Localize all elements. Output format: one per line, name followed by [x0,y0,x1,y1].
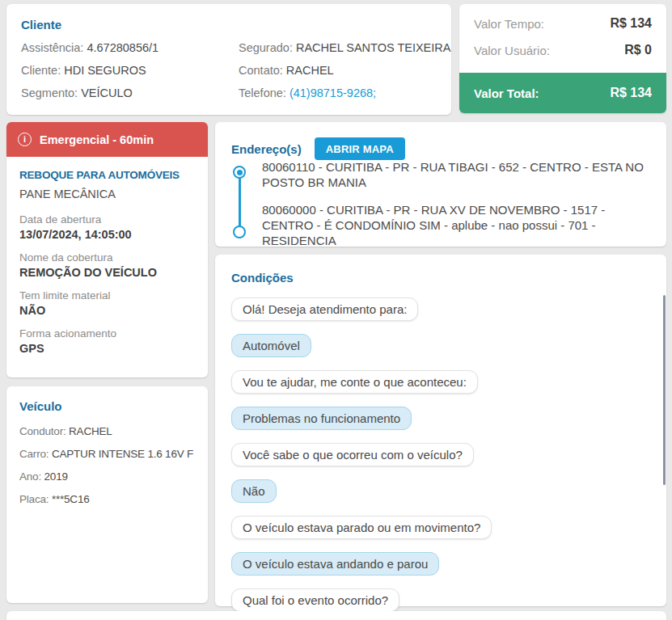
valor-usuario-row: Valor Usuário: R$ 0 [459,43,666,57]
valor-usuario-value: R$ 0 [624,43,652,57]
cliente-value: HDI SEGUROS [64,64,146,77]
servico-card: i Emergencial - 60min REBOQUE PARA AUTOM… [6,122,208,377]
contato-row: Contato: RACHEL [239,63,450,78]
veiculo-card-title: Veículo [19,399,195,413]
assistencia-value: 4.67280856/1 [87,41,158,54]
ano-label: Ano: [19,470,41,483]
servico-title: REBOQUE PARA AUTOMÓVEIS [19,169,195,181]
segurado-row: Segurado: RACHEL SANTOS TEIXEIRA [239,40,450,56]
veiculo-card: Veículo Condutor: RACHEL Carro: CAPTUR I… [6,386,208,603]
segmento-label: Segmento: [21,86,78,99]
forma-acionamento-value: GPS [19,342,195,355]
carro-row: Carro: CAPTUR INTENSE 1.6 16V F [19,447,195,462]
assistencia-row: Assistência: 4.67280856/1 [21,40,239,56]
contato-value: RACHEL [286,64,334,77]
emergencial-header: i Emergencial - 60min [6,122,208,157]
condutor-row: Condutor: RACHEL [19,424,195,439]
ano-row: Ano: 2019 [19,470,195,484]
data-abertura-label: Data de abertura [19,213,195,226]
valor-total-label: Valor Total: [474,86,539,100]
bottom-card [6,611,666,620]
enderecos-header: Endereço(s) ABRIR MAPA [215,122,666,160]
origin-address: 80060110 - CURITIBA - PR - RUA TIBAGI - … [262,159,658,190]
origin-dot-icon [233,166,246,179]
segmento-value: VEÍCULO [81,86,133,99]
chat-bubble-user: O veículo estava andando e parou [231,552,439,576]
telefone-link[interactable]: (41)98715-9268; [290,86,376,99]
assistencia-label: Assistência: [21,41,83,54]
valor-tempo-label: Valor Tempo: [474,17,544,31]
segurado-label: Segurado: [239,41,293,54]
condicoes-card-title: Condições [231,271,650,285]
valor-total-value: R$ 134 [610,86,652,100]
valor-tempo-row: Valor Tempo: R$ 134 [459,16,666,31]
contato-label: Contato: [239,64,283,77]
limite-material-field: Tem limite material NÃO [19,289,195,317]
condicoes-card: Condições Olá! Deseja atendimento para: … [215,255,666,606]
servico-subtitle: PANE MECÂNICA [19,188,195,200]
telefone-label: Telefone: [239,86,286,99]
chat-bubble-bot: Vou te ajudar, me conte o que aconteceu: [231,370,478,394]
data-abertura-field: Data de abertura 13/07/2024, 14:05:00 [19,213,195,241]
placa-label: Placa: [19,493,49,505]
chat-bubble-user: Não [231,479,277,503]
cliente-row: Cliente: HDI SEGUROS [21,63,239,78]
abrir-mapa-button[interactable]: ABRIR MAPA [315,137,405,160]
chat-scrollbar-thumb[interactable] [663,295,666,485]
forma-acionamento-label: Forma acionamento [19,327,195,340]
destination-address: 80060000 - CURITIBA - PR - RUA XV DE NOV… [262,202,658,248]
cliente-card: Cliente Assistência: 4.67280856/1 Client… [6,4,451,115]
data-abertura-value: 13/07/2024, 14:05:00 [19,228,195,241]
info-icon: i [18,133,32,146]
cobertura-field: Nome da cobertura REMOÇÃO DO VEÍCULO [19,251,195,279]
segmento-row: Segmento: VEÍCULO [21,86,239,101]
enderecos-card: Endereço(s) ABRIR MAPA 80060110 - CURITI… [215,122,666,247]
cliente-label: Cliente: [21,64,61,77]
chat-bubble-bot: Olá! Deseja atendimento para: [231,297,418,321]
ano-value: 2019 [44,470,68,483]
cliente-column-right: Segurado: RACHEL SANTOS TEIXEIRA Contato… [239,40,450,108]
segurado-value: RACHEL SANTOS TEIXEIRA [296,41,451,54]
chat-bubble-user: Problemas no funcionamento [231,407,412,430]
carro-value: CAPTUR INTENSE 1.6 16V F [52,448,193,460]
valor-total-banner: Valor Total: R$ 134 [459,73,666,113]
enderecos-card-title: Endereço(s) [231,142,302,156]
forma-acionamento-field: Forma acionamento GPS [19,327,195,355]
chat-bubble-bot: O veículo estava parado ou em movimento? [231,516,492,539]
limite-material-value: NÃO [19,304,195,317]
valores-card: Valor Tempo: R$ 134 Valor Usuário: R$ 0 … [459,4,666,113]
carro-label: Carro: [19,448,49,460]
cliente-column-left: Assistência: 4.67280856/1 Cliente: HDI S… [21,40,239,108]
condutor-value: RACHEL [69,425,112,437]
condutor-label: Condutor: [19,425,66,437]
limite-material-label: Tem limite material [19,289,195,302]
chat-bubble-user: Automóvel [231,334,311,357]
valor-tempo-value: R$ 134 [610,16,652,31]
servico-body: REBOQUE PARA AUTOMÓVEIS PANE MECÂNICA Da… [6,157,208,377]
cobertura-label: Nome da cobertura [19,251,195,264]
cliente-columns: Assistência: 4.67280856/1 Cliente: HDI S… [21,40,437,108]
chat-bubble-bot: Você sabe o que ocorreu com o veículo? [231,443,474,466]
emergencial-label: Emergencial - 60min [40,133,154,146]
cobertura-value: REMOÇÃO DO VEÍCULO [19,266,195,279]
timeline-line [239,172,241,232]
chat-bubble-bot: Qual foi o evento ocorrido? [231,588,399,612]
valor-usuario-label: Valor Usuário: [474,44,550,57]
placa-row: Placa: ***5C16 [19,492,195,507]
destination-dot-icon [233,226,246,238]
placa-value: ***5C16 [52,493,90,505]
chat-transcript: Olá! Deseja atendimento para: Automóvel … [231,297,650,612]
cliente-card-title: Cliente [21,18,437,32]
telefone-row: Telefone: (41)98715-9268; [239,86,450,101]
